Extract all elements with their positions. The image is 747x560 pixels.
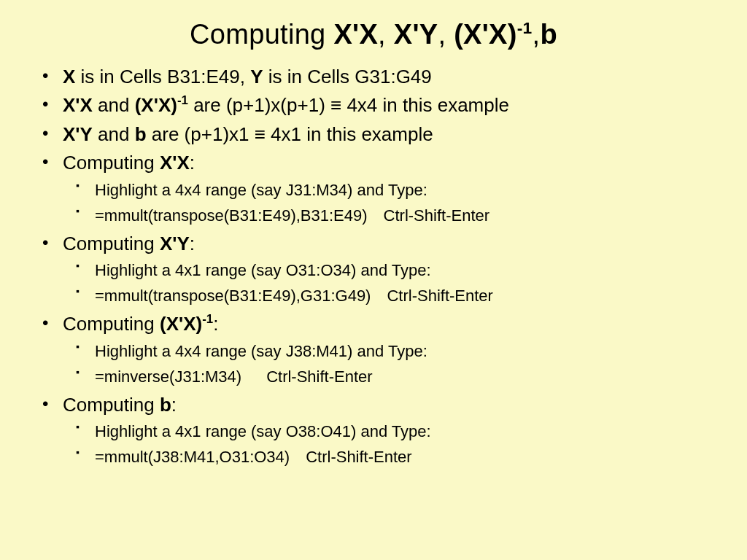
title-xy: X'Y xyxy=(394,19,438,50)
sublist-5: Highlight a 4x1 range (say O31:O34) and … xyxy=(63,258,706,308)
bullet-1: X is in Cells B31:E49, Y is in Cells G31… xyxy=(63,63,706,90)
sub-4-2: =mmult(transpose(B31:E49),B31:E49)Ctrl-S… xyxy=(95,203,706,228)
title-comma2: , xyxy=(438,19,454,50)
title-pre: Computing xyxy=(190,19,333,50)
sub-4-1: Highlight a 4x4 range (say J31:M34) and … xyxy=(95,178,706,203)
bullet-3: X'Y and b are (p+1)x1 ≡ 4x1 in this exam… xyxy=(63,121,706,147)
sub-5-1: Highlight a 4x1 range (say O31:O34) and … xyxy=(95,258,706,283)
title-comma1: , xyxy=(378,19,394,50)
title-b: b xyxy=(540,19,557,50)
slide: Computing X'X, X'Y, (X'X)-1,b X is in Ce… xyxy=(0,0,747,560)
title-comma3: , xyxy=(533,19,541,50)
title-xx: X'X xyxy=(333,19,378,50)
bullet-2: X'X and (X'X)-1 are (p+1)x(p+1) ≡ 4x4 in… xyxy=(63,92,706,118)
sublist-7: Highlight a 4x1 range (say O38:O41) and … xyxy=(63,419,706,470)
sub-7-2: =mmult(J38:M41,O31:O34)Ctrl-Shift-Enter xyxy=(95,445,706,470)
sub-6-1: Highlight a 4x4 range (say J38:M41) and … xyxy=(95,339,706,364)
bullet-7: Computing b: Highlight a 4x1 range (say … xyxy=(63,392,706,470)
bullet-6: Computing (X'X)-1: Highlight a 4x4 range… xyxy=(63,311,706,389)
title-xxinv: (X'X)-1 xyxy=(454,19,532,50)
bullet-5: Computing X'Y: Highlight a 4x1 range (sa… xyxy=(63,230,706,309)
sub-5-2: =mmult(transpose(B31:E49),G31:G49)Ctrl-S… xyxy=(95,284,706,308)
sub-6-2: =minverse(J31:M34)Ctrl-Shift-Enter xyxy=(95,365,706,389)
bullet-4: Computing X'X: Highlight a 4x4 range (sa… xyxy=(63,149,706,228)
sublist-4: Highlight a 4x4 range (say J31:M34) and … xyxy=(63,178,706,228)
sublist-6: Highlight a 4x4 range (say J38:M41) and … xyxy=(63,339,706,389)
bullet-list: X is in Cells B31:E49, Y is in Cells G31… xyxy=(41,63,706,470)
sub-7-1: Highlight a 4x1 range (say O38:O41) and … xyxy=(95,419,706,444)
slide-title: Computing X'X, X'Y, (X'X)-1,b xyxy=(41,19,706,50)
